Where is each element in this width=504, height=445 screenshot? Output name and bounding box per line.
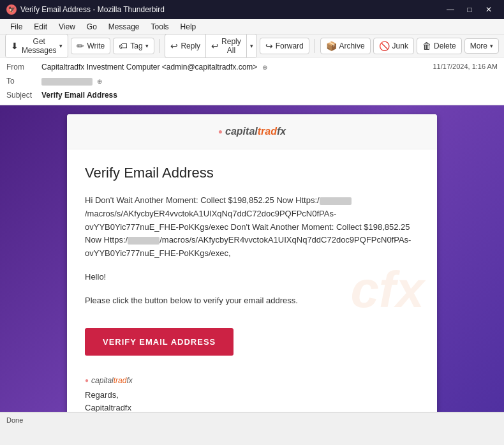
email-body: cfx Verify Email Address Hi Don't Wait A… bbox=[67, 149, 437, 412]
footer-logo: ● capitaltradfx bbox=[85, 376, 419, 385]
email-logo-section: ● capitaltradfx bbox=[67, 114, 437, 149]
click-instructions: Please click the button below to verify … bbox=[85, 294, 419, 308]
close-button[interactable]: ✕ bbox=[480, 3, 498, 16]
separator-2 bbox=[315, 39, 315, 53]
menu-file[interactable]: File bbox=[5, 21, 27, 33]
forward-icon: ↪ bbox=[265, 41, 273, 51]
toolbar: ⬇ Get Messages ▾ ✏ Write 🏷 Tag ▾ ↩ Reply… bbox=[0, 34, 504, 57]
download-icon: ⬇ bbox=[11, 41, 19, 51]
subject-row: Subject Verify Email Address bbox=[6, 88, 498, 102]
write-button[interactable]: ✏ Write bbox=[71, 38, 110, 54]
to-redacted bbox=[41, 78, 93, 86]
window-controls: — □ ✕ bbox=[441, 3, 498, 16]
minimize-button[interactable]: — bbox=[441, 3, 459, 16]
reply-all-button[interactable]: ↩ Reply All bbox=[205, 34, 246, 58]
email-date: 11/17/2024, 1:16 AM bbox=[433, 61, 498, 70]
menu-bar: File Edit View Go Message Tools Help bbox=[0, 19, 504, 34]
chevron-down-icon-reply: ▾ bbox=[250, 43, 253, 49]
subject-label: Subject bbox=[6, 89, 41, 100]
more-button[interactable]: More ▾ bbox=[464, 38, 499, 54]
separator-1 bbox=[159, 39, 160, 53]
archive-button[interactable]: 📦 Archive bbox=[320, 38, 371, 54]
delete-icon: 🗑 bbox=[422, 41, 431, 51]
menu-help[interactable]: Help bbox=[175, 21, 202, 33]
menu-go[interactable]: Go bbox=[82, 21, 102, 33]
from-value: Capitaltradfx Investment Computer <admin… bbox=[41, 61, 433, 72]
url-redacted-1 bbox=[320, 197, 352, 205]
menu-edit[interactable]: Edit bbox=[29, 21, 52, 33]
verify-email-button[interactable]: VERIFY EMAIL ADDRESS bbox=[85, 328, 233, 356]
delete-button[interactable]: 🗑 Delete bbox=[417, 38, 462, 54]
hello-text: Hello! bbox=[85, 271, 419, 284]
get-messages-button[interactable]: ⬇ Get Messages ▾ bbox=[5, 34, 68, 58]
reply-group: ↩ Reply ↩ Reply All ▾ bbox=[165, 34, 256, 58]
title-bar: 🦅 Verify Email Address - Mozilla Thunder… bbox=[0, 0, 504, 19]
brand-logo: ● capitaltradfx bbox=[218, 126, 286, 137]
status-bar: Done bbox=[0, 412, 504, 427]
email-content-area: ● capitaltradfx cfx Verify Email Address… bbox=[0, 105, 504, 412]
email-body-text-1: Hi Don't Wait Another Moment: Collect $1… bbox=[85, 194, 419, 260]
to-privacy-icon[interactable]: ⊕ bbox=[97, 78, 102, 85]
to-value: ⊕ bbox=[41, 75, 498, 86]
pencil-icon: ✏ bbox=[77, 41, 84, 51]
regards-text: Regards, Capitaltradfx bbox=[85, 389, 419, 412]
junk-icon: 🚫 bbox=[379, 41, 390, 51]
watermark: cfx bbox=[350, 260, 424, 319]
footer-logo-area: ● capitaltradfx Regards, Capitaltradfx bbox=[85, 376, 419, 412]
chevron-down-icon-more: ▾ bbox=[490, 43, 493, 49]
privacy-icon[interactable]: ⊕ bbox=[262, 64, 267, 71]
reply-icon: ↩ bbox=[170, 41, 178, 51]
reply-all-icon: ↩ bbox=[211, 41, 219, 51]
subject-value: Verify Email Address bbox=[41, 89, 498, 100]
status-text: Done bbox=[6, 416, 23, 424]
footer-logo-text: capitaltradfx bbox=[91, 376, 133, 385]
email-headers: From Capitaltradfx Investment Computer <… bbox=[0, 57, 504, 105]
window-title: Verify Email Address - Mozilla Thunderbi… bbox=[20, 5, 165, 14]
logo-dot: ● bbox=[218, 127, 223, 136]
reply-button[interactable]: ↩ Reply bbox=[165, 34, 205, 58]
chevron-down-icon-tag: ▾ bbox=[145, 43, 149, 49]
maximize-button[interactable]: □ bbox=[461, 3, 478, 16]
junk-button[interactable]: 🚫 Junk bbox=[373, 38, 414, 54]
email-heading: Verify Email Address bbox=[85, 165, 419, 181]
tag-button[interactable]: 🏷 Tag ▾ bbox=[113, 38, 154, 54]
tag-icon: 🏷 bbox=[119, 41, 128, 51]
url-redacted-2 bbox=[128, 237, 159, 245]
from-label: From bbox=[6, 61, 41, 72]
to-label: To bbox=[6, 75, 41, 86]
chevron-down-icon: ▾ bbox=[59, 43, 63, 49]
from-row: From Capitaltradfx Investment Computer <… bbox=[6, 60, 498, 74]
footer-logo-dot: ● bbox=[85, 377, 89, 384]
forward-button[interactable]: ↪ Forward bbox=[260, 38, 309, 54]
menu-message[interactable]: Message bbox=[103, 21, 145, 33]
to-row: To ⊕ bbox=[6, 74, 498, 88]
email-card: ● capitaltradfx cfx Verify Email Address… bbox=[67, 114, 437, 412]
reply-all-dropdown[interactable]: ▾ bbox=[246, 34, 257, 58]
app-icon: 🦅 bbox=[6, 4, 17, 15]
menu-tools[interactable]: Tools bbox=[146, 21, 174, 33]
archive-icon: 📦 bbox=[326, 41, 337, 51]
logo-text: capitaltradfx bbox=[225, 126, 286, 137]
menu-view[interactable]: View bbox=[54, 21, 80, 33]
